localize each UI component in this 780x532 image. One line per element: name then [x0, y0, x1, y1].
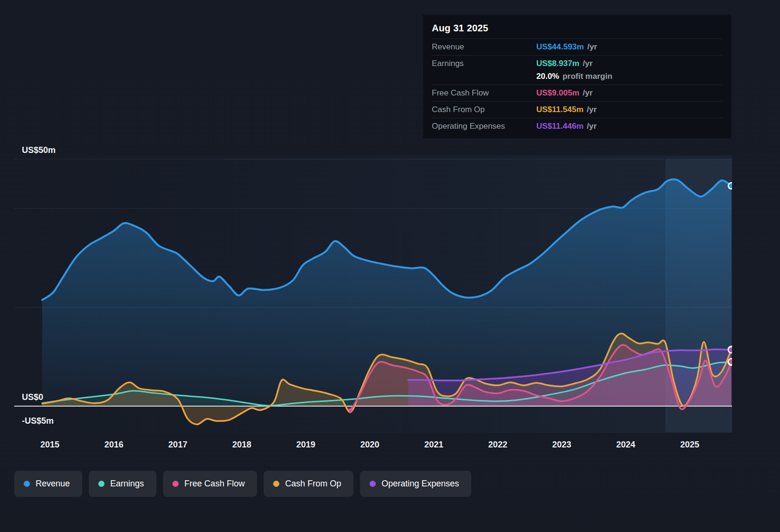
x-axis-label: 2025: [668, 440, 711, 450]
tooltip-row-suffix: /yr: [587, 42, 597, 52]
free-cash-flow-start-dot: [349, 408, 353, 413]
chart-page: Aug 31 2025 RevenueUS$44.593m/yrEarnings…: [0, 0, 780, 532]
legend-color-dot: [24, 481, 30, 487]
tooltip-row-label: Earnings: [432, 59, 536, 68]
tooltip-row-suffix: /yr: [583, 88, 593, 98]
y-axis-label-50m: US$50m: [22, 145, 56, 155]
tooltip-row-value: US$8.937m: [536, 59, 580, 68]
legend-color-dot: [172, 481, 179, 487]
tooltip-row-suffix: /yr: [583, 59, 593, 68]
series-end-marker-operating-expenses[interactable]: [728, 347, 734, 353]
y-axis-label-0: US$0: [22, 392, 43, 402]
legend-label: Revenue: [36, 479, 70, 489]
tooltip-row-suffix: /yr: [587, 122, 597, 131]
tooltip-row-suffix: profit margin: [562, 72, 612, 81]
tooltip-row-value: US$9.005m: [536, 88, 580, 98]
series-end-marker-free-cash-flow[interactable]: [728, 359, 734, 365]
x-axis-label: 2023: [541, 440, 583, 450]
tooltip-row: Operating ExpensesUS$11.446m/yr: [432, 118, 723, 134]
x-axis-label: 2018: [220, 440, 263, 450]
x-axis-label: 2017: [156, 440, 199, 450]
tooltip-date: Aug 31 2025: [432, 21, 723, 38]
tooltip-row-label: Cash From Op: [432, 105, 536, 114]
legend-item-revenue[interactable]: Revenue: [14, 471, 82, 497]
x-axis-label: 2016: [93, 440, 135, 450]
legend-item-cash-from-op[interactable]: Cash From Op: [264, 471, 353, 497]
tooltip-row-label: Revenue: [432, 42, 536, 52]
legend-color-dot: [273, 481, 279, 487]
x-axis-label: 2021: [412, 440, 455, 450]
x-axis-label: 2015: [29, 440, 71, 450]
legend-item-operating-expenses[interactable]: Operating Expenses: [360, 471, 471, 497]
x-axis: 2015201620172018201920202021202220232024…: [0, 440, 780, 452]
tooltip-row-value: US$11.446m: [536, 122, 583, 131]
legend-label: Free Cash Flow: [184, 479, 245, 489]
legend-color-dot: [98, 481, 105, 487]
tooltip-row: Free Cash FlowUS$9.005m/yr: [432, 85, 723, 101]
tooltip-row-label: Free Cash Flow: [432, 88, 536, 98]
series-end-marker-revenue[interactable]: [728, 183, 734, 189]
tooltip-rows: RevenueUS$44.593m/yrEarningsUS$8.937m/yr…: [432, 38, 723, 134]
legend-item-earnings[interactable]: Earnings: [89, 471, 156, 497]
legend-label: Cash From Op: [285, 479, 341, 489]
legend-label: Earnings: [110, 479, 144, 489]
legend-item-free-cash-flow[interactable]: Free Cash Flow: [163, 471, 257, 497]
chart-legend: RevenueEarningsFree Cash FlowCash From O…: [14, 471, 471, 497]
chart-tooltip: Aug 31 2025 RevenueUS$44.593m/yrEarnings…: [423, 14, 732, 139]
legend-label: Operating Expenses: [381, 479, 459, 489]
tooltip-row: RevenueUS$44.593m/yr: [432, 38, 723, 55]
plot-area: [14, 155, 734, 433]
tooltip-row-value: US$44.593m: [536, 42, 584, 52]
legend-color-dot: [370, 481, 376, 487]
tooltip-row: Cash From OpUS$11.545m/yr: [432, 101, 723, 118]
x-axis-label: 2020: [349, 440, 391, 450]
x-axis-label: 2022: [476, 440, 519, 450]
tooltip-row: EarningsUS$8.937m/yr: [432, 55, 723, 72]
tooltip-row: 20.0%profit margin: [432, 72, 723, 85]
x-axis-label: 2019: [285, 440, 327, 450]
tooltip-row-label: Operating Expenses: [432, 122, 536, 131]
tooltip-row-value: 20.0%: [536, 72, 559, 81]
tooltip-row-value: US$11.545m: [536, 105, 583, 114]
tooltip-row-suffix: /yr: [587, 105, 597, 114]
x-axis-label: 2024: [604, 440, 647, 450]
y-axis-label-neg5m: -US$5m: [22, 416, 54, 426]
